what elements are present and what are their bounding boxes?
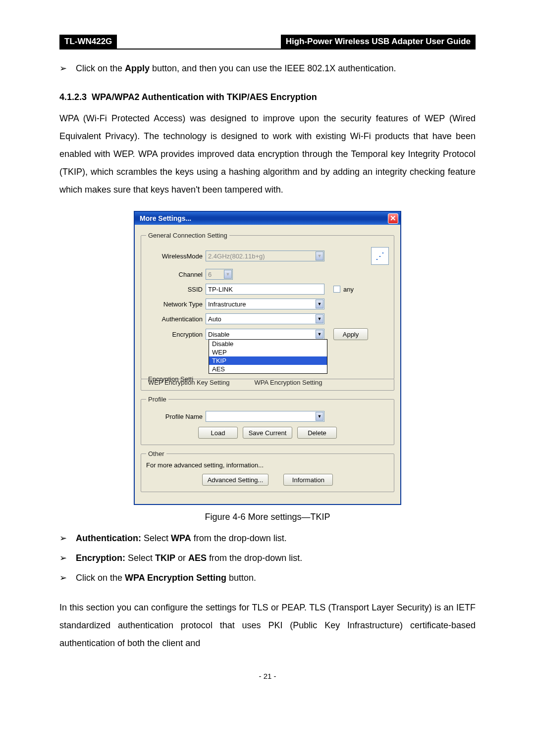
doc-header: TL-WN422G High-Power Wireless USB Adapte… [59,35,476,50]
any-label: any [343,286,354,293]
general-legend: General Connection Setting [146,232,229,239]
other-text: For more advanced setting, information..… [146,461,389,469]
load-button[interactable]: Load [198,427,238,439]
ssid-input[interactable]: TP-LINK [206,284,324,295]
model-number: TL-WN422G [59,35,117,49]
paragraph-1: WPA (Wi-Fi Protected Access) was designe… [59,109,476,199]
close-icon[interactable]: ✕ [388,213,398,224]
bullet-authentication: ➢ Authentication: Select WPA from the dr… [59,529,476,547]
encryption-option-tkip[interactable]: TKIP [209,356,327,365]
other-legend: Other [146,450,166,457]
any-checkbox[interactable] [333,286,340,293]
profile-name-label: Profile Name [146,413,206,420]
chevron-down-icon[interactable]: ▼ [316,330,323,339]
encryption-dropdown-list[interactable]: Disable WEP TKIP AES [209,339,327,374]
profile-name-select[interactable]: ▼ [206,411,324,422]
bullet-arrow-icon: ➢ [59,569,67,587]
apply-button[interactable]: Apply [333,328,368,340]
channel-label: Channel [146,271,206,278]
wireless-mode-select: 2.4GHz(802.11b+g) ▼ [206,251,324,261]
encryption-option-aes[interactable]: AES [209,365,327,373]
network-type-select[interactable]: Infrastructure ▼ [206,299,324,309]
encryption-setting-group: Encryption Setti WEP Encryption Key Sett… [141,375,394,391]
wireless-icon: ⋰ [371,247,389,265]
ssid-label: SSID [146,286,206,293]
chevron-down-icon: ▼ [224,270,232,279]
page-number: - 21 - [59,672,476,680]
bullet-encryption: ➢ Encryption: Select TKIP or AES from th… [59,549,476,567]
information-button[interactable]: Information [283,474,333,486]
wpa-setting-button[interactable]: WPA Encryption Setting [255,379,322,386]
chevron-down-icon[interactable]: ▼ [316,314,323,323]
bullet-apply: ➢ Click on the Apply button, and then yo… [59,59,476,77]
wep-key-setting-button[interactable]: WEP Encryption Key Setting [148,379,230,386]
encryption-option-disable[interactable]: Disable [209,340,327,348]
encryption-select[interactable]: Disable ▼ [206,329,324,340]
profile-legend: Profile [146,396,168,403]
encryption-label: Encryption [146,331,206,338]
general-connection-group: General Connection Setting WirelessMode … [141,232,394,379]
profile-group: Profile Profile Name ▼ Load Save Current… [141,396,394,445]
section-heading: 4.1.2.3 WPA/WPA2 Authentication with TKI… [59,92,476,102]
bullet-arrow-icon: ➢ [59,549,67,567]
bullet-text: Click on the Apply button, and then you … [76,59,476,77]
channel-select: 6 ▼ [206,269,233,280]
bullet-arrow-icon: ➢ [59,529,67,547]
save-current-button[interactable]: Save Current [243,427,292,439]
chevron-down-icon[interactable]: ▼ [316,300,323,308]
wireless-mode-label: WirelessMode [146,252,206,260]
dialog-title: More Settings... [140,214,191,222]
more-settings-dialog: More Settings... ✕ General Connection Se… [134,211,401,505]
other-group: Other For more advanced setting, informa… [141,450,394,492]
network-type-label: Network Type [146,301,206,308]
paragraph-2: In this section you can configure the se… [59,599,476,652]
delete-button[interactable]: Delete [297,427,337,439]
figure-caption: Figure 4-6 More settings—TKIP [59,512,476,522]
bullet-wpa-setting: ➢ Click on the WPA Encryption Setting bu… [59,569,476,587]
encryption-option-wep[interactable]: WEP [209,348,327,356]
authentication-label: Authentication [146,315,206,323]
chevron-down-icon[interactable]: ▼ [316,412,323,421]
advanced-setting-button[interactable]: Advanced Setting... [202,474,269,486]
figure-dialog: More Settings... ✕ General Connection Se… [134,211,401,505]
chevron-down-icon: ▼ [316,252,323,260]
dialog-title-bar: More Settings... ✕ [135,212,400,225]
guide-title: High-Power Wireless USB Adapter User Gui… [281,35,476,49]
bullet-arrow-icon: ➢ [59,59,67,77]
authentication-select[interactable]: Auto ▼ [206,313,324,324]
